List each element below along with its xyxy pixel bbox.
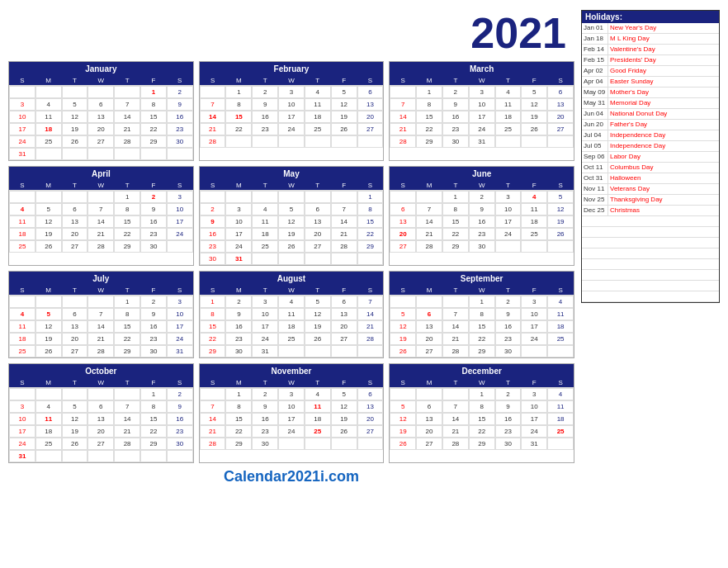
empty-day-cell (331, 191, 357, 203)
day-cell: 24 (278, 425, 305, 438)
day-cell: 16 (225, 320, 252, 333)
day-cell: 8 (225, 98, 252, 111)
holiday-row: Nov 11Veterans Day (582, 184, 719, 195)
day-cell: 12 (35, 215, 62, 228)
day-cell: 18 (9, 228, 35, 240)
empty-day-cell (357, 253, 384, 265)
day-cell: 30 (469, 240, 495, 253)
day-cell: 31 (9, 450, 35, 462)
day-cell: 16 (469, 215, 495, 228)
holiday-date: Nov 25 (582, 195, 608, 205)
day-cell: 11 (278, 308, 305, 320)
month-header: May (200, 167, 384, 181)
day-cell: 21 (87, 228, 114, 240)
empty-day-cell (225, 191, 252, 203)
day-cell: 21 (114, 123, 140, 135)
footer[interactable]: Calendar2021i.com (8, 468, 574, 485)
holiday-date: Jul 05 (582, 141, 608, 151)
day-cell: 2 (167, 86, 193, 98)
empty-day-cell (87, 191, 114, 203)
day-cell: 6 (62, 203, 88, 215)
day-header-label: S (9, 77, 35, 84)
day-cell: 25 (305, 123, 331, 135)
day-cell: 16 (200, 228, 226, 240)
day-cell: 4 (35, 98, 62, 111)
month-header: June (390, 167, 574, 181)
day-cell: 14 (87, 320, 114, 333)
day-cell: 6 (87, 98, 114, 111)
day-cell: 7 (114, 98, 140, 111)
day-cell: 4 (547, 296, 574, 308)
day-cell: 27 (62, 345, 88, 357)
day-header-label: M (416, 286, 442, 294)
empty-day-cell (62, 388, 88, 400)
day-cell: 17 (252, 320, 278, 333)
day-cell: 16 (252, 111, 278, 123)
empty-day-cell (416, 191, 442, 203)
holiday-name: Halloween (608, 173, 719, 183)
month-day-grid: 1234567891011121314151617181920212223242… (9, 85, 193, 160)
day-cell: 9 (469, 203, 495, 215)
day-cell: 8 (140, 400, 167, 413)
day-cell: 27 (87, 438, 114, 450)
month-header: February (200, 62, 384, 76)
day-cell: 10 (495, 203, 522, 215)
holiday-date: Sep 06 (582, 152, 608, 162)
empty-day-cell (278, 438, 305, 450)
day-header-label: M (35, 77, 62, 84)
day-cell: 24 (495, 228, 522, 240)
day-cell: 2 (252, 388, 278, 400)
holiday-empty-row (582, 238, 719, 248)
day-cell: 13 (547, 98, 574, 111)
day-cell: 12 (305, 308, 331, 320)
day-header-label: W (469, 182, 495, 189)
day-cell: 7 (87, 203, 114, 215)
day-cell: 25 (9, 345, 35, 357)
day-cell: 13 (331, 308, 357, 320)
empty-day-cell (357, 345, 384, 357)
day-header-label: T (114, 286, 140, 294)
day-cell: 7 (442, 400, 469, 413)
day-cell: 12 (62, 111, 88, 123)
day-cell: 11 (305, 400, 331, 413)
day-cell: 31 (225, 253, 252, 265)
day-cell: 31 (521, 438, 547, 450)
day-cell: 15 (357, 215, 384, 228)
holiday-date: Jul 04 (582, 130, 608, 140)
day-header-label: W (87, 182, 114, 189)
day-cell: 19 (62, 425, 88, 438)
day-header-label: T (442, 77, 469, 84)
day-cell: 7 (357, 296, 384, 308)
holiday-empty-row (582, 259, 719, 270)
day-cell: 19 (331, 111, 357, 123)
day-cell: 2 (442, 86, 469, 98)
day-cell: 30 (167, 135, 193, 148)
month-block-april: AprilSMTWTFS1234567891011121314151617181… (8, 166, 194, 266)
day-header-label: S (200, 182, 226, 189)
day-header-label: F (331, 286, 357, 294)
day-cell: 4 (305, 388, 331, 400)
day-header-label: T (305, 182, 331, 189)
empty-day-cell (442, 296, 469, 308)
day-header-label: T (62, 77, 88, 84)
month-day-grid: 1234567891011121314151617181920212223242… (200, 387, 384, 450)
day-cell: 21 (442, 425, 469, 438)
day-cell: 9 (252, 400, 278, 413)
day-cell: 11 (305, 98, 331, 111)
day-header-label: S (357, 182, 384, 189)
day-cell: 20 (357, 413, 384, 425)
day-cell: 11 (547, 308, 574, 320)
day-header-label: M (416, 77, 442, 84)
day-cell: 5 (521, 86, 547, 98)
empty-day-cell (87, 296, 114, 308)
empty-day-cell (87, 148, 114, 160)
day-cell: 23 (495, 333, 522, 345)
day-cell: 30 (140, 240, 167, 253)
day-cell: 4 (252, 203, 278, 215)
empty-day-cell (35, 450, 62, 462)
empty-day-cell (495, 240, 522, 253)
day-cell: 3 (521, 388, 547, 400)
day-cell: 16 (140, 320, 167, 333)
month-block-december: DecemberSMTWTFS1234567891011121314151617… (389, 363, 574, 463)
day-cell: 11 (35, 413, 62, 425)
